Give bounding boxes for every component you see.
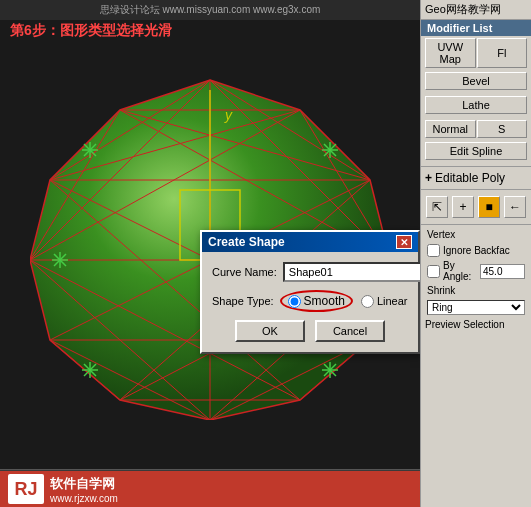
divider-2: [421, 189, 531, 190]
shrink-label: Shrink: [427, 285, 455, 296]
top-bar: 思绿设计论坛 www.missyuan.com www.eg3x.com: [0, 0, 420, 20]
smooth-label: Smooth: [304, 294, 345, 308]
watermark-cn: 软件自学网: [50, 475, 118, 493]
divider-3: [421, 224, 531, 225]
step-instruction: 第6步：图形类型选择光滑: [10, 22, 172, 40]
by-angle-checkbox[interactable]: [427, 265, 440, 278]
ring-select-row: Ring Loop: [421, 298, 531, 317]
s-button[interactable]: S: [477, 120, 528, 138]
vertex-row: Vertex: [421, 227, 531, 242]
edit-spline-section: Edit Spline: [421, 140, 531, 164]
select-icon-btn[interactable]: ⇱: [426, 196, 448, 218]
ignore-backfacing-label: Ignore Backfac: [443, 245, 510, 256]
create-shape-dialog[interactable]: Create Shape ✕ Curve Name: Shape Type:: [200, 230, 420, 354]
lathe-button[interactable]: Lathe: [425, 96, 527, 114]
by-angle-label: By Angle:: [443, 260, 477, 282]
linear-radio[interactable]: [361, 295, 374, 308]
shape-type-label: Shape Type:: [212, 295, 274, 307]
geo-header-text: Geo网络教学网: [425, 3, 501, 15]
bevel-section: Bevel: [421, 70, 531, 94]
viewport: 思绿设计论坛 www.missyuan.com www.eg3x.com 第6步…: [0, 0, 420, 507]
uvw-map-button[interactable]: UVW Map: [425, 38, 476, 68]
normal-row: Normal S: [421, 118, 531, 140]
divider-1: [421, 166, 531, 167]
dialog-close-button[interactable]: ✕: [396, 235, 412, 249]
ring-dropdown[interactable]: Ring Loop: [427, 300, 525, 315]
plus-icon: +: [425, 171, 432, 185]
edit-spline-button[interactable]: Edit Spline: [425, 142, 527, 160]
curve-name-input[interactable]: [283, 262, 420, 282]
cancel-button[interactable]: Cancel: [315, 320, 385, 342]
linear-option[interactable]: Linear: [361, 295, 408, 308]
shape-type-row: Shape Type: Smooth Linear: [212, 290, 408, 312]
uvw-row: UVW Map Fl: [421, 36, 531, 70]
lathe-section: Lathe: [421, 94, 531, 118]
ok-button[interactable]: OK: [235, 320, 305, 342]
dialog-titlebar: Create Shape ✕: [202, 232, 418, 252]
vertex-label: Vertex: [427, 229, 455, 240]
extra-icon-btn[interactable]: ←: [504, 196, 526, 218]
by-angle-row: By Angle:: [421, 259, 531, 283]
watermark-url: www.rjzxw.com: [50, 493, 118, 504]
curve-name-row: Curve Name:: [212, 262, 408, 282]
preview-selection-label: Preview Selection: [425, 319, 504, 330]
smooth-option-highlight: Smooth: [280, 290, 353, 312]
watermark-text-group: 软件自学网 www.rjzxw.com: [50, 475, 118, 504]
dialog-buttons: OK Cancel: [212, 320, 408, 342]
y-axis-label: y: [224, 107, 233, 123]
editable-poly-header: + Editable Poly: [421, 169, 531, 187]
editable-poly-label: Editable Poly: [435, 171, 505, 185]
ff-button[interactable]: Fl: [477, 38, 528, 68]
smooth-radio[interactable]: [288, 295, 301, 308]
modifier-list-title: Modifier List: [421, 20, 531, 36]
ignore-backfacing-row: Ignore Backfac: [421, 242, 531, 259]
panel-geo-header: Geo网络教学网: [421, 0, 531, 20]
move-icon-btn[interactable]: +: [452, 196, 474, 218]
watermark-bar: RJ 软件自学网 www.rjzxw.com: [0, 471, 420, 507]
shape-type-group: Smooth Linear: [280, 290, 408, 312]
logo-rj: RJ: [14, 479, 37, 500]
dialog-body: Curve Name: Shape Type: Smooth: [202, 252, 418, 352]
bevel-button[interactable]: Bevel: [425, 72, 527, 90]
linear-label: Linear: [377, 295, 408, 307]
main-container: 思绿设计论坛 www.missyuan.com www.eg3x.com 第6步…: [0, 0, 531, 507]
preview-selection: Preview Selection: [421, 317, 531, 332]
website-text: 思绿设计论坛 www.missyuan.com www.eg3x.com: [100, 3, 321, 17]
shrink-row: Shrink: [421, 283, 531, 298]
logo-box: RJ: [8, 474, 44, 504]
right-panel: Geo网络教学网 Modifier List UVW Map Fl Bevel …: [420, 0, 531, 507]
ignore-backfacing-checkbox[interactable]: [427, 244, 440, 257]
normal-button[interactable]: Normal: [425, 120, 476, 138]
dialog-title: Create Shape: [208, 235, 285, 249]
curve-name-label: Curve Name:: [212, 266, 277, 278]
angle-value-input[interactable]: [480, 264, 525, 279]
color-icon-btn[interactable]: ■: [478, 196, 500, 218]
icons-row: ⇱ + ■ ←: [421, 192, 531, 222]
